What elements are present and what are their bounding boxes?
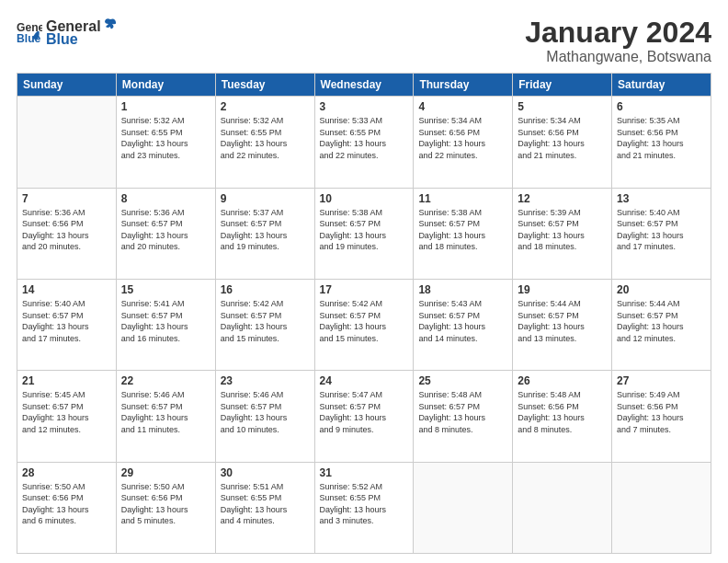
day-number: 10	[320, 192, 409, 205]
svg-text:Blue: Blue	[17, 32, 41, 45]
calendar-header-tuesday: Tuesday	[215, 74, 314, 97]
calendar-header-saturday: Saturday	[612, 74, 711, 97]
day-number: 20	[617, 283, 706, 296]
day-number: 2	[221, 100, 310, 113]
day-number: 31	[320, 466, 409, 479]
calendar-week-1: 1Sunrise: 5:32 AM Sunset: 6:55 PM Daylig…	[17, 97, 711, 188]
calendar-cell: 22Sunrise: 5:46 AM Sunset: 6:57 PM Dayli…	[116, 371, 215, 462]
day-number: 25	[418, 374, 507, 387]
calendar-cell: 5Sunrise: 5:34 AM Sunset: 6:56 PM Daylig…	[513, 97, 612, 188]
day-info: Sunrise: 5:32 AM Sunset: 6:55 PM Dayligh…	[221, 115, 310, 161]
calendar-cell: 21Sunrise: 5:45 AM Sunset: 6:57 PM Dayli…	[17, 371, 117, 462]
calendar-header-sunday: Sunday	[17, 74, 117, 97]
logo-bird-icon	[103, 17, 118, 31]
day-info: Sunrise: 5:46 AM Sunset: 6:57 PM Dayligh…	[221, 389, 310, 435]
calendar-header-row: SundayMondayTuesdayWednesdayThursdayFrid…	[17, 74, 711, 97]
day-number: 12	[518, 192, 607, 205]
main-title: January 2024	[525, 17, 711, 49]
day-info: Sunrise: 5:35 AM Sunset: 6:56 PM Dayligh…	[617, 115, 706, 161]
calendar-cell	[17, 97, 117, 188]
calendar-cell	[414, 462, 513, 553]
day-number: 4	[418, 100, 507, 113]
day-info: Sunrise: 5:50 AM Sunset: 6:56 PM Dayligh…	[22, 481, 111, 527]
calendar-cell	[612, 462, 711, 553]
calendar-cell: 16Sunrise: 5:42 AM Sunset: 6:57 PM Dayli…	[215, 279, 314, 370]
day-info: Sunrise: 5:48 AM Sunset: 6:56 PM Dayligh…	[518, 389, 607, 435]
calendar-cell: 23Sunrise: 5:46 AM Sunset: 6:57 PM Dayli…	[215, 371, 314, 462]
calendar-week-2: 7Sunrise: 5:36 AM Sunset: 6:56 PM Daylig…	[17, 188, 711, 279]
calendar: SundayMondayTuesdayWednesdayThursdayFrid…	[17, 73, 711, 554]
day-info: Sunrise: 5:39 AM Sunset: 6:57 PM Dayligh…	[518, 207, 607, 253]
day-info: Sunrise: 5:46 AM Sunset: 6:57 PM Dayligh…	[121, 389, 210, 435]
day-number: 26	[518, 374, 607, 387]
top-section: General Blue General Blue January 2024 M…	[17, 17, 711, 65]
day-number: 18	[418, 283, 507, 296]
day-info: Sunrise: 5:44 AM Sunset: 6:57 PM Dayligh…	[617, 298, 706, 344]
calendar-cell	[513, 462, 612, 553]
calendar-header-thursday: Thursday	[414, 74, 513, 97]
day-info: Sunrise: 5:41 AM Sunset: 6:57 PM Dayligh…	[121, 298, 210, 344]
day-info: Sunrise: 5:45 AM Sunset: 6:57 PM Dayligh…	[22, 389, 111, 435]
calendar-header-friday: Friday	[513, 74, 612, 97]
calendar-cell: 6Sunrise: 5:35 AM Sunset: 6:56 PM Daylig…	[612, 97, 711, 188]
day-number: 19	[518, 283, 607, 296]
calendar-cell: 26Sunrise: 5:48 AM Sunset: 6:56 PM Dayli…	[513, 371, 612, 462]
calendar-cell: 18Sunrise: 5:43 AM Sunset: 6:57 PM Dayli…	[414, 279, 513, 370]
day-number: 22	[121, 374, 210, 387]
calendar-cell: 30Sunrise: 5:51 AM Sunset: 6:55 PM Dayli…	[215, 462, 314, 553]
day-info: Sunrise: 5:48 AM Sunset: 6:57 PM Dayligh…	[418, 389, 507, 435]
day-number: 8	[121, 192, 210, 205]
day-number: 13	[617, 192, 706, 205]
day-number: 1	[121, 100, 210, 113]
calendar-cell: 13Sunrise: 5:40 AM Sunset: 6:57 PM Dayli…	[612, 188, 711, 279]
calendar-cell: 29Sunrise: 5:50 AM Sunset: 6:56 PM Dayli…	[116, 462, 215, 553]
calendar-cell: 19Sunrise: 5:44 AM Sunset: 6:57 PM Dayli…	[513, 279, 612, 370]
day-number: 14	[22, 283, 111, 296]
calendar-cell: 3Sunrise: 5:33 AM Sunset: 6:55 PM Daylig…	[314, 97, 414, 188]
day-info: Sunrise: 5:42 AM Sunset: 6:57 PM Dayligh…	[221, 298, 310, 344]
day-number: 6	[617, 100, 706, 113]
calendar-cell: 7Sunrise: 5:36 AM Sunset: 6:56 PM Daylig…	[17, 188, 117, 279]
day-info: Sunrise: 5:38 AM Sunset: 6:57 PM Dayligh…	[320, 207, 409, 253]
day-info: Sunrise: 5:47 AM Sunset: 6:57 PM Dayligh…	[320, 389, 409, 435]
day-number: 23	[221, 374, 310, 387]
calendar-cell: 4Sunrise: 5:34 AM Sunset: 6:56 PM Daylig…	[414, 97, 513, 188]
day-info: Sunrise: 5:43 AM Sunset: 6:57 PM Dayligh…	[418, 298, 507, 344]
calendar-cell: 12Sunrise: 5:39 AM Sunset: 6:57 PM Dayli…	[513, 188, 612, 279]
day-number: 29	[121, 466, 210, 479]
calendar-cell: 24Sunrise: 5:47 AM Sunset: 6:57 PM Dayli…	[314, 371, 414, 462]
calendar-week-5: 28Sunrise: 5:50 AM Sunset: 6:56 PM Dayli…	[17, 462, 711, 553]
day-info: Sunrise: 5:32 AM Sunset: 6:55 PM Dayligh…	[121, 115, 210, 161]
day-info: Sunrise: 5:42 AM Sunset: 6:57 PM Dayligh…	[320, 298, 409, 344]
calendar-cell: 8Sunrise: 5:36 AM Sunset: 6:57 PM Daylig…	[116, 188, 215, 279]
calendar-cell: 31Sunrise: 5:52 AM Sunset: 6:55 PM Dayli…	[314, 462, 414, 553]
calendar-cell: 17Sunrise: 5:42 AM Sunset: 6:57 PM Dayli…	[314, 279, 414, 370]
day-info: Sunrise: 5:33 AM Sunset: 6:55 PM Dayligh…	[320, 115, 409, 161]
day-info: Sunrise: 5:40 AM Sunset: 6:57 PM Dayligh…	[617, 207, 706, 253]
day-number: 3	[320, 100, 409, 113]
day-info: Sunrise: 5:34 AM Sunset: 6:56 PM Dayligh…	[518, 115, 607, 161]
day-number: 24	[320, 374, 409, 387]
day-number: 17	[320, 283, 409, 296]
logo-icon: General Blue	[17, 19, 42, 45]
day-number: 30	[221, 466, 310, 479]
day-info: Sunrise: 5:38 AM Sunset: 6:57 PM Dayligh…	[418, 207, 507, 253]
calendar-cell: 27Sunrise: 5:49 AM Sunset: 6:56 PM Dayli…	[612, 371, 711, 462]
day-info: Sunrise: 5:49 AM Sunset: 6:56 PM Dayligh…	[617, 389, 706, 435]
calendar-cell: 15Sunrise: 5:41 AM Sunset: 6:57 PM Dayli…	[116, 279, 215, 370]
calendar-cell: 9Sunrise: 5:37 AM Sunset: 6:57 PM Daylig…	[215, 188, 314, 279]
day-number: 11	[418, 192, 507, 205]
calendar-cell: 10Sunrise: 5:38 AM Sunset: 6:57 PM Dayli…	[314, 188, 414, 279]
day-info: Sunrise: 5:37 AM Sunset: 6:57 PM Dayligh…	[221, 207, 310, 253]
calendar-cell: 25Sunrise: 5:48 AM Sunset: 6:57 PM Dayli…	[414, 371, 513, 462]
day-number: 15	[121, 283, 210, 296]
subtitle: Mathangwane, Botswana	[525, 49, 711, 65]
day-info: Sunrise: 5:40 AM Sunset: 6:57 PM Dayligh…	[22, 298, 111, 344]
day-number: 27	[617, 374, 706, 387]
day-info: Sunrise: 5:50 AM Sunset: 6:56 PM Dayligh…	[121, 481, 210, 527]
day-number: 5	[518, 100, 607, 113]
day-info: Sunrise: 5:51 AM Sunset: 6:55 PM Dayligh…	[221, 481, 310, 527]
day-number: 7	[22, 192, 111, 205]
calendar-cell: 2Sunrise: 5:32 AM Sunset: 6:55 PM Daylig…	[215, 97, 314, 188]
day-number: 16	[221, 283, 310, 296]
